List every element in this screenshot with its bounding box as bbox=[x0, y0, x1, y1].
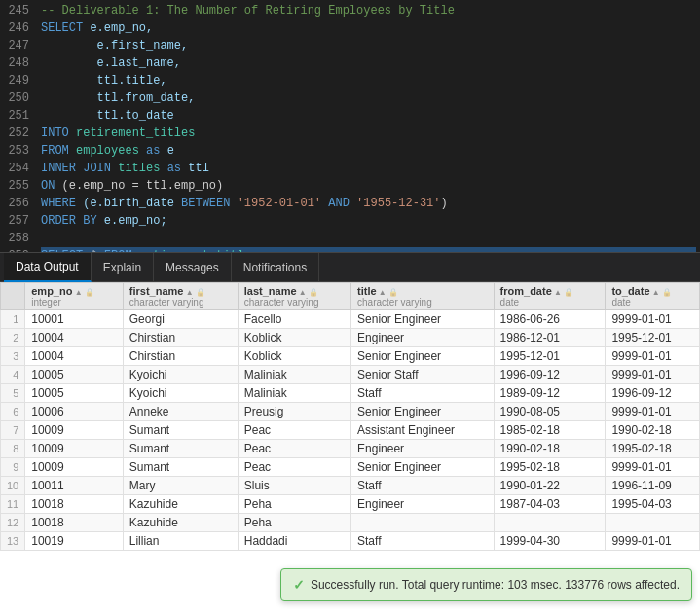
cell-last_name: Peac bbox=[238, 421, 350, 440]
cell-to_date: 1995-02-18 bbox=[606, 440, 700, 458]
cell-emp_no: 10009 bbox=[25, 440, 124, 458]
line-number: 255 bbox=[8, 177, 29, 195]
data-table: emp_no ▲ 🔒integerfirst_name ▲ 🔒character… bbox=[0, 282, 700, 551]
table-row: 810009SumantPeacEngineer1990-02-181995-0… bbox=[1, 440, 700, 458]
code-token: SELECT bbox=[41, 249, 90, 252]
code-token: FROM bbox=[41, 144, 76, 158]
cell-to_date: 1995-12-01 bbox=[606, 329, 700, 347]
line-number: 251 bbox=[8, 107, 29, 125]
line-number: 250 bbox=[8, 90, 29, 107]
col-type: character varying bbox=[244, 297, 345, 308]
header-corner bbox=[1, 283, 25, 310]
code-line: -- Deliverable 1: The Number of Retiring… bbox=[41, 2, 696, 19]
cell-from_date: 1986-12-01 bbox=[494, 329, 606, 347]
col-name: title bbox=[357, 285, 377, 297]
cell-first_name: Georgi bbox=[123, 310, 238, 329]
cell-emp_no: 10005 bbox=[25, 384, 124, 403]
code-token: e bbox=[167, 144, 174, 158]
code-token: employees bbox=[76, 144, 146, 158]
table-row: 210004ChirstianKoblickEngineer1986-12-01… bbox=[1, 329, 700, 347]
cell-emp_no: 10009 bbox=[25, 421, 124, 440]
table-row: 1310019LillianHaddadiStaff1999-04-309999… bbox=[1, 532, 700, 551]
cell-from_date: 1989-09-12 bbox=[494, 384, 606, 403]
cell-first_name: Mary bbox=[123, 477, 238, 495]
row-number: 11 bbox=[1, 495, 25, 514]
cell-last_name: Preusig bbox=[238, 403, 350, 421]
col-header-first_name[interactable]: first_name ▲ 🔒character varying bbox=[123, 283, 238, 310]
line-number: 253 bbox=[8, 142, 29, 160]
col-header-to_date[interactable]: to_date ▲ 🔒date bbox=[606, 283, 700, 310]
col-header-emp_no[interactable]: emp_no ▲ 🔒integer bbox=[25, 283, 124, 310]
line-number: 249 bbox=[8, 72, 29, 90]
row-number: 7 bbox=[1, 421, 25, 440]
code-line: ORDER BY e.emp_no; bbox=[41, 212, 696, 230]
code-line bbox=[41, 230, 696, 247]
data-table-container[interactable]: emp_no ▲ 🔒integerfirst_name ▲ 🔒character… bbox=[0, 282, 700, 615]
main-container: 2452462472482492502512522532542552562572… bbox=[0, 0, 700, 615]
line-number: 248 bbox=[8, 54, 29, 72]
table-row: 1210018KazuhidePeha bbox=[1, 514, 700, 532]
line-number: 252 bbox=[8, 125, 29, 142]
cell-first_name: Sumant bbox=[123, 421, 238, 440]
cell-last_name: Haddadi bbox=[238, 532, 350, 551]
cell-title: Senior Engineer bbox=[351, 310, 495, 329]
sort-icon: ▲ bbox=[183, 288, 193, 297]
bottom-area: Data OutputExplainMessagesNotifications … bbox=[0, 253, 700, 615]
table-row: 610006AnnekePreusigSenior Engineer1990-0… bbox=[1, 403, 700, 421]
code-line: INTO retirement_titles bbox=[41, 125, 696, 142]
cell-title: Senior Engineer bbox=[351, 403, 495, 421]
col-type: integer bbox=[31, 297, 117, 308]
cell-title: Staff bbox=[351, 477, 495, 495]
col-header-title[interactable]: title ▲ 🔒character varying bbox=[351, 283, 495, 310]
code-token: ttl bbox=[188, 162, 209, 175]
code-line: WHERE (e.birth_date BETWEEN '1952-01-01'… bbox=[41, 195, 696, 212]
col-header-from_date[interactable]: from_date ▲ 🔒date bbox=[494, 283, 606, 310]
cell-title: Assistant Engineer bbox=[351, 421, 495, 440]
cell-from_date: 1990-02-18 bbox=[494, 440, 606, 458]
tab-data-output[interactable]: Data Output bbox=[4, 253, 92, 282]
cell-to_date: 1990-02-18 bbox=[606, 421, 700, 440]
cell-title: Engineer bbox=[351, 440, 495, 458]
cell-emp_no: 10004 bbox=[25, 347, 124, 366]
code-token: SELECT bbox=[41, 21, 90, 35]
cell-title: Staff bbox=[351, 532, 495, 551]
cell-emp_no: 10006 bbox=[25, 403, 124, 421]
cell-from_date: 1990-01-22 bbox=[494, 477, 606, 495]
col-header-last_name[interactable]: last_name ▲ 🔒character varying bbox=[238, 283, 350, 310]
col-type: date bbox=[611, 297, 693, 308]
row-number: 10 bbox=[1, 477, 25, 495]
line-numbers: 2452462472482492502512522532542552562572… bbox=[0, 0, 37, 252]
cell-first_name: Kazuhide bbox=[123, 495, 238, 514]
row-number: 9 bbox=[1, 458, 25, 477]
code-token: * bbox=[90, 249, 103, 252]
code-token: (e.birth_date bbox=[83, 197, 181, 210]
code-token: '1952-01-01' bbox=[238, 197, 321, 210]
code-token: FROM bbox=[104, 249, 139, 252]
cell-title: Senior Engineer bbox=[351, 347, 495, 366]
code-content[interactable]: -- Deliverable 1: The Number of Retiring… bbox=[37, 0, 700, 252]
code-token: ttl.from_date, bbox=[41, 91, 195, 105]
cell-to_date: 1995-04-03 bbox=[606, 495, 700, 514]
row-number: 5 bbox=[1, 384, 25, 403]
tab-explain[interactable]: Explain bbox=[92, 253, 154, 282]
code-line: e.last_name, bbox=[41, 54, 696, 72]
cell-to_date: 9999-01-01 bbox=[606, 347, 700, 366]
table-row: 410005KyoichiMaliniakSenior Staff1996-09… bbox=[1, 366, 700, 384]
cell-last_name: Sluis bbox=[238, 477, 350, 495]
code-line: ttl.title, bbox=[41, 72, 696, 90]
cell-emp_no: 10004 bbox=[25, 329, 124, 347]
tab-notifications[interactable]: Notifications bbox=[232, 253, 319, 282]
code-token: AND bbox=[321, 197, 356, 210]
lock-icon: 🔒 bbox=[307, 288, 318, 297]
cell-from_date: 1985-02-18 bbox=[494, 421, 606, 440]
line-number: 246 bbox=[8, 19, 29, 37]
tab-messages[interactable]: Messages bbox=[154, 253, 232, 282]
code-line: e.first_name, bbox=[41, 37, 696, 54]
sort-icon: ▲ bbox=[552, 288, 562, 297]
cell-emp_no: 10001 bbox=[25, 310, 124, 329]
code-token: ) bbox=[441, 197, 448, 210]
col-type: date bbox=[500, 297, 600, 308]
sort-icon: ▲ bbox=[72, 288, 82, 297]
cell-emp_no: 10019 bbox=[25, 532, 124, 551]
sort-icon: ▲ bbox=[377, 288, 387, 297]
